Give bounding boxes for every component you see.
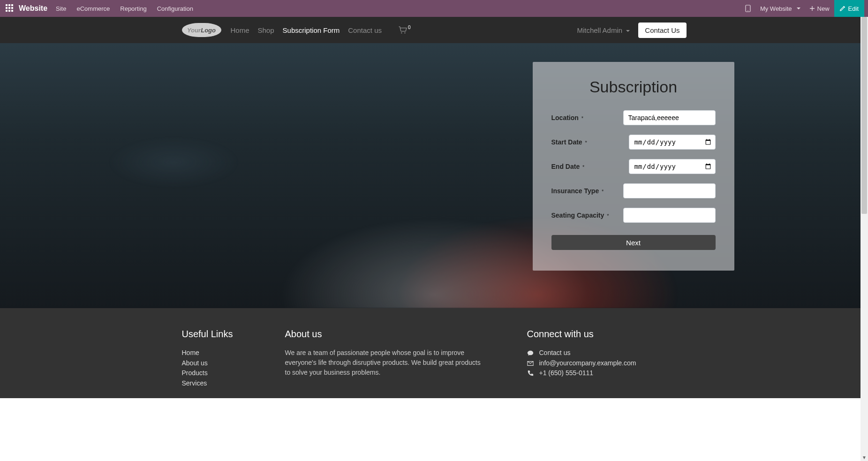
nav-home[interactable]: Home — [231, 26, 249, 34]
footer-link-about[interactable]: About us — [182, 358, 262, 369]
site-logo[interactable]: YourLogo — [182, 23, 221, 37]
footer-phone: +1 (650) 555-0111 — [539, 368, 594, 378]
footer-link-services[interactable]: Services — [182, 378, 262, 389]
odoo-menu-site[interactable]: Site — [56, 5, 66, 12]
speech-bubble-icon — [527, 350, 534, 356]
user-menu[interactable]: Mitchell Admin — [577, 26, 630, 34]
svg-point-2 — [401, 32, 402, 33]
input-end-date[interactable] — [629, 159, 716, 174]
input-seating-capacity[interactable] — [623, 208, 716, 223]
connect-title: Connect with us — [527, 329, 687, 340]
svg-point-3 — [404, 32, 405, 33]
cart-icon[interactable]: 0 — [399, 26, 410, 34]
label-start-date: Start Date * — [551, 138, 629, 146]
nav-shop[interactable]: Shop — [258, 26, 274, 34]
form-title: Subscription — [551, 78, 716, 96]
odoo-top-bar: Website Site eCommerce Reporting Configu… — [0, 0, 868, 17]
footer-section: Useful Links Home About us Products Serv… — [0, 308, 868, 398]
label-end-date: End Date * — [551, 163, 629, 170]
odoo-menu-reporting[interactable]: Reporting — [120, 5, 146, 12]
scroll-thumb[interactable] — [861, 17, 867, 214]
browser-scrollbar[interactable]: ▲ ▼ — [860, 17, 868, 398]
next-button[interactable]: Next — [551, 235, 716, 250]
footer-connect: Connect with us Contact us info@yourcomp… — [527, 329, 687, 389]
nav-subscription-form[interactable]: Subscription Form — [283, 26, 340, 34]
subscription-form-card: Subscription Location * Start Date * End… — [533, 62, 734, 271]
field-insurance-type: Insurance Type * — [551, 183, 716, 198]
footer-link-products[interactable]: Products — [182, 368, 262, 378]
my-website-dropdown[interactable]: My Website — [755, 0, 805, 17]
apps-icon[interactable] — [6, 4, 14, 13]
footer-link-home[interactable]: Home — [182, 348, 262, 358]
odoo-menu: Site eCommerce Reporting Configuration — [56, 5, 193, 12]
field-end-date: End Date * — [551, 159, 716, 174]
phone-icon — [527, 370, 534, 377]
label-insurance-type: Insurance Type * — [551, 187, 623, 195]
contact-us-button[interactable]: Contact Us — [638, 23, 686, 38]
nav-contact-us[interactable]: Contact us — [348, 26, 382, 34]
field-start-date: Start Date * — [551, 135, 716, 150]
footer-about: About us We are a team of passionate peo… — [285, 329, 487, 389]
mobile-preview-icon[interactable] — [740, 0, 755, 17]
site-navbar: YourLogo Home Shop Subscription Form Con… — [176, 17, 692, 43]
about-title: About us — [285, 329, 487, 340]
edit-button[interactable]: Edit — [834, 0, 864, 17]
input-insurance-type[interactable] — [623, 183, 716, 198]
label-location: Location * — [551, 114, 623, 121]
useful-links-title: Useful Links — [182, 329, 262, 340]
footer-contact-link[interactable]: Contact us — [539, 348, 571, 358]
envelope-icon — [527, 360, 534, 367]
cart-count: 0 — [408, 25, 411, 30]
site-nav-links: Home Shop Subscription Form Contact us 0 — [231, 26, 410, 34]
svg-point-1 — [747, 10, 748, 11]
field-location: Location * — [551, 110, 716, 125]
about-text: We are a team of passionate people whose… — [285, 348, 487, 378]
new-button[interactable]: New — [805, 0, 834, 17]
label-seating-capacity: Seating Capacity * — [551, 212, 623, 219]
odoo-menu-ecommerce[interactable]: eCommerce — [76, 5, 110, 12]
input-location[interactable] — [623, 110, 716, 125]
app-title: Website — [19, 4, 47, 13]
site-navbar-wrap: YourLogo Home Shop Subscription Form Con… — [0, 17, 868, 43]
odoo-top-right: My Website New Edit — [740, 0, 864, 17]
footer-useful-links: Useful Links Home About us Products Serv… — [182, 329, 262, 389]
hero-section: Subscription Location * Start Date * End… — [0, 43, 868, 308]
field-seating-capacity: Seating Capacity * — [551, 208, 716, 223]
odoo-menu-configuration[interactable]: Configuration — [157, 5, 193, 12]
input-start-date[interactable] — [629, 135, 716, 150]
footer-email-link[interactable]: info@yourcompany.example.com — [539, 358, 636, 369]
